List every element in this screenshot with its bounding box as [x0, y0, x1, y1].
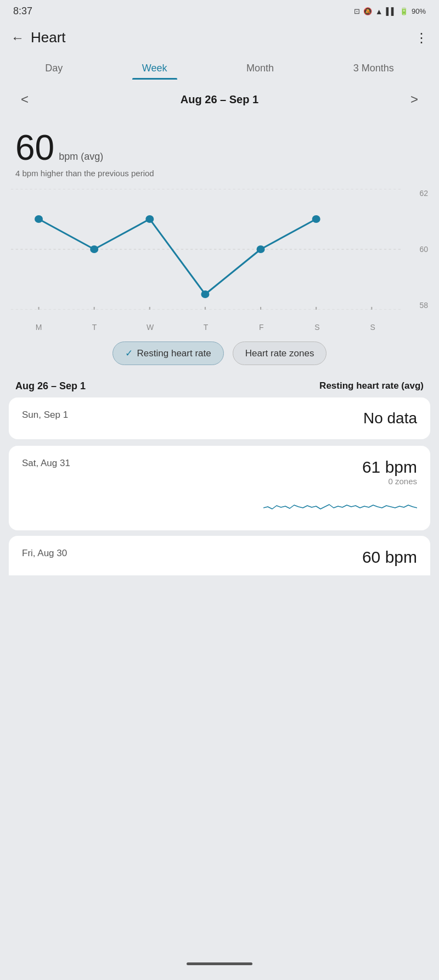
y-label-top: 62 [419, 189, 428, 198]
filter-heart-rate-zones[interactable]: Heart rate zones [233, 341, 327, 365]
tabs-row: Day Week Month 3 Months [0, 53, 439, 80]
filter-resting-heart-rate[interactable]: ✓ Resting heart rate [112, 341, 224, 365]
wifi-icon: ▲ [375, 7, 383, 16]
data-card-aug31-sub: 0 zones [362, 477, 417, 486]
x-label-m: M [28, 323, 50, 332]
filter-resting-label: Resting heart rate [137, 348, 211, 359]
tab-day[interactable]: Day [35, 57, 72, 80]
data-card-sep1-row: Sun, Sep 1 No data [22, 410, 417, 427]
partial-card-aug30: Fri, Aug 30 60 bpm [9, 536, 430, 575]
top-bar-left: ← Heart [11, 29, 66, 46]
page-title: Heart [31, 29, 66, 46]
x-label-s1: S [306, 323, 328, 332]
chart-point-t1 [90, 245, 98, 253]
metric-unit: bpm (avg) [59, 151, 103, 163]
x-label-s2: S [362, 323, 384, 332]
data-card-aug31: Sat, Aug 31 61 bpm 0 zones [9, 446, 430, 530]
status-icons: ⊡ 🔕 ▲ ▌▌ 🔋 90% [354, 7, 426, 16]
home-indicator[interactable] [187, 962, 252, 965]
prev-arrow[interactable]: < [15, 89, 34, 109]
filter-buttons: ✓ Resting heart rate Heart rate zones [0, 332, 439, 371]
y-label-bot: 58 [419, 301, 428, 310]
status-bar: 8:37 ⊡ 🔕 ▲ ▌▌ 🔋 90% [0, 0, 439, 20]
chart-point-f [257, 245, 265, 253]
status-time: 8:37 [13, 5, 32, 17]
x-axis-labels: M T W T F S S [11, 312, 401, 332]
bottom-bar [0, 947, 439, 980]
metric-value: 60 [15, 130, 54, 165]
data-card-aug31-row: Sat, Aug 31 61 bpm 0 zones [22, 458, 417, 486]
summary-date-range: Aug 26 – Sep 1 [15, 380, 86, 392]
more-button[interactable]: ⋮ [415, 30, 428, 46]
mini-chart-svg [263, 491, 417, 516]
data-cards: Sun, Sep 1 No data Sat, Aug 31 61 bpm 0 … [0, 397, 439, 536]
tab-month[interactable]: Month [237, 57, 284, 80]
y-axis-labels: 62 60 58 [403, 189, 428, 310]
metric-subtext: 4 bpm higher than the previous period [15, 169, 424, 178]
signal-icon: ▌▌ [386, 7, 396, 15]
next-arrow[interactable]: > [405, 89, 424, 109]
partial-card-value: 60 bpm [362, 548, 417, 567]
date-nav: < Aug 26 – Sep 1 > [0, 80, 439, 119]
data-card-sep1-value: No data [363, 410, 417, 427]
x-label-t1: T [83, 323, 105, 332]
chart-area [11, 189, 401, 310]
tab-week[interactable]: Week [132, 57, 177, 80]
metric-main: 60 bpm (avg) [15, 130, 424, 165]
back-button[interactable]: ← [11, 30, 24, 46]
battery-icon: 🔋 [399, 7, 408, 15]
filter-zones-label: Heart rate zones [245, 348, 314, 359]
partial-card-date: Fri, Aug 30 [22, 548, 67, 559]
data-card-sep1: Sun, Sep 1 No data [9, 397, 430, 439]
x-label-f: F [250, 323, 272, 332]
data-card-sep1-date: Sun, Sep 1 [22, 410, 68, 421]
x-label-t2: T [195, 323, 217, 332]
chart-svg [11, 189, 401, 310]
mute-icon: 🔕 [363, 7, 372, 15]
partial-card-row: Fri, Aug 30 60 bpm [22, 548, 417, 567]
summary-column-label: Resting heart rate (avg) [319, 380, 424, 392]
mini-chart-aug31 [22, 491, 417, 518]
chart-point-w [145, 215, 154, 223]
chart-container: 62 60 58 M [11, 189, 428, 332]
data-card-aug31-value: 61 bpm [362, 458, 417, 477]
date-range-label: Aug 26 – Sep 1 [181, 93, 258, 106]
chart-point-s1 [312, 215, 320, 223]
chart-point-m [35, 215, 43, 223]
sim-icon: ⊡ [354, 7, 360, 15]
x-label-w: W [139, 323, 161, 332]
y-label-mid: 60 [419, 245, 428, 254]
battery-level: 90% [412, 7, 426, 15]
metric-section: 60 bpm (avg) 4 bpm higher than the previ… [0, 119, 439, 183]
data-card-aug31-date: Sat, Aug 31 [22, 458, 70, 469]
summary-header: Aug 26 – Sep 1 Resting heart rate (avg) [0, 371, 439, 397]
check-icon: ✓ [125, 348, 133, 359]
chart-point-t2 [201, 290, 209, 298]
tab-3months[interactable]: 3 Months [344, 57, 404, 80]
top-bar: ← Heart ⋮ [0, 20, 439, 53]
data-card-aug31-values: 61 bpm 0 zones [362, 458, 417, 486]
